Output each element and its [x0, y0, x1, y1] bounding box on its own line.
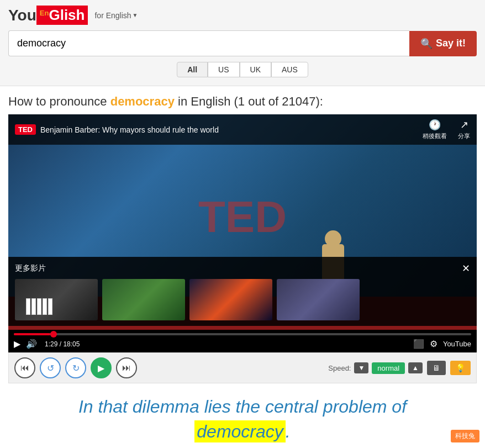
search-row: 🔍 Say it!	[8, 30, 477, 56]
transcript-keyword: democracy	[194, 420, 286, 442]
watch-later-button[interactable]: 🕐 稍後觀看	[423, 119, 447, 140]
video-top-bar: TED Benjamin Barber: Why mayors should r…	[8, 114, 477, 145]
heading-keyword-text: democracy	[110, 94, 175, 108]
more-videos-overlay: 更多影片 ✕	[8, 257, 477, 326]
logo[interactable]: You EnGlish	[8, 6, 88, 25]
speed-normal-display: normal	[372, 362, 405, 374]
search-icon: 🔍	[420, 38, 433, 50]
share-button[interactable]: ↗ 分享	[458, 119, 470, 140]
settings-button[interactable]: ⚙	[430, 339, 437, 349]
transcript-line: In that dilemma lies the central problem…	[8, 394, 477, 444]
header-top: You EnGlish for English ▼	[8, 6, 477, 25]
video-container[interactable]: TED TED Benjamin Barber: Why mayors shou…	[8, 114, 477, 352]
ted-bg-letters: TED	[198, 192, 287, 243]
more-videos-label: 更多影片	[15, 263, 46, 273]
play-button[interactable]: ▶	[14, 339, 20, 349]
thumbnails-row	[15, 279, 470, 320]
transcript-section: In that dilemma lies the central problem…	[0, 383, 485, 448]
language-dropdown-arrow[interactable]: ▼	[133, 12, 138, 18]
monitor-button[interactable]: 🖥	[427, 361, 446, 375]
replay-button[interactable]: ↺	[40, 357, 61, 378]
share-icon: ↗	[460, 119, 468, 131]
time-current: 1:29	[45, 340, 57, 348]
pronounce-heading: How to pronounce democracy in English (1…	[0, 86, 485, 114]
subtitles-button[interactable]: ⬛	[413, 339, 424, 349]
player-controls: ⏮ ↺ ↻ ▶ ⏭ Speed: ▼ normal ▲ 🖥 💡	[8, 352, 477, 383]
logo-glish: Glish	[49, 7, 85, 23]
heading-suffix-text: in English (1 out of 21047):	[178, 94, 323, 108]
thumbnail-1[interactable]	[15, 279, 98, 320]
video-section: TED TED Benjamin Barber: Why mayors shou…	[8, 114, 477, 352]
refresh-button[interactable]: ↻	[65, 357, 86, 378]
search-input[interactable]	[8, 30, 409, 56]
video-title: Benjamin Barber: Why mayors should rule …	[40, 125, 219, 134]
ted-badge: TED	[15, 124, 36, 135]
transcript-punctuation: .	[286, 421, 291, 441]
filter-us[interactable]: US	[208, 62, 239, 77]
filter-row: All US UK AUS	[8, 62, 477, 77]
play-again-button[interactable]: ▶	[91, 357, 112, 378]
speed-section: Speed: ▼ normal ▲	[328, 362, 423, 374]
controls-row: ▶ 🔊 1:29 / 18:05 ⬛ ⚙ YouTube	[14, 339, 471, 349]
progress-fill	[14, 333, 50, 335]
transcript-line1: In that dilemma lies the central problem…	[78, 397, 407, 417]
more-videos-header: 更多影片 ✕	[15, 262, 470, 275]
for-english-text: for English	[94, 11, 131, 20]
bulb-button[interactable]: 💡	[450, 361, 471, 375]
time-display: 1:29 / 18:05	[45, 340, 80, 348]
header: You EnGlish for English ▼ 🔍 Say it! All …	[0, 0, 485, 86]
time-total: 18:05	[63, 340, 80, 348]
progress-bar[interactable]	[14, 333, 471, 335]
speed-label: Speed:	[328, 364, 351, 372]
thumbnail-4[interactable]	[277, 279, 360, 320]
filter-all[interactable]: All	[177, 62, 208, 77]
video-controls: ▶ 🔊 1:29 / 18:05 ⬛ ⚙ YouTube	[8, 330, 477, 352]
watch-later-label: 稍後觀看	[423, 132, 447, 140]
volume-button[interactable]: 🔊	[26, 339, 37, 349]
filter-aus[interactable]: AUS	[271, 62, 308, 77]
piano-illustration	[26, 298, 52, 315]
youtube-logo: YouTube	[443, 340, 471, 348]
thumbnail-3[interactable]	[189, 279, 272, 320]
logo-box: EnGlish	[36, 6, 88, 25]
share-label: 分享	[458, 132, 470, 140]
logo-en: En	[40, 9, 49, 17]
clock-icon: 🕐	[429, 119, 441, 131]
filter-uk[interactable]: UK	[240, 62, 271, 77]
logo-you: You	[8, 7, 36, 24]
beginning-button[interactable]: ⏮	[14, 357, 35, 378]
say-it-button[interactable]: 🔍 Say it!	[409, 31, 477, 56]
say-it-label: Say it!	[436, 38, 466, 49]
controls-right: ⬛ ⚙ YouTube	[413, 339, 471, 349]
thumbnail-2[interactable]	[102, 279, 185, 320]
heading-prefix: How to pronounce	[8, 94, 107, 108]
progress-dot	[50, 331, 57, 338]
video-top-actions: 🕐 稍後觀看 ↗ 分享	[423, 119, 470, 140]
watermark: 科技兔	[451, 430, 479, 442]
speed-up-button[interactable]: ▲	[408, 362, 423, 373]
speed-down-button[interactable]: ▼	[354, 362, 368, 373]
next-button[interactable]: ⏭	[116, 357, 137, 378]
close-more-videos-button[interactable]: ✕	[462, 262, 470, 275]
